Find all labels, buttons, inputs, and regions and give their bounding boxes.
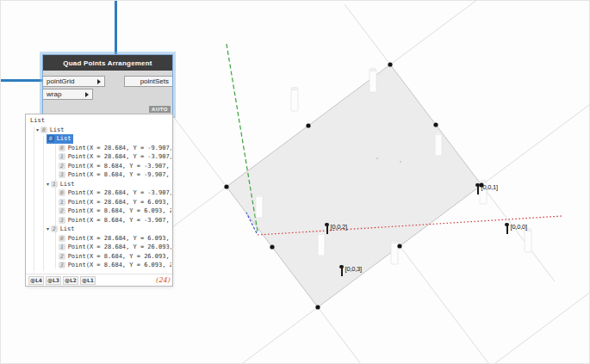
dynamo-canvas[interactable]: [0,0,1] [0,0,0] [0,0,2] [0,0,3] Quad Poi… [0, 0, 590, 364]
point-row[interactable]: 0 Point(X = 28.684, Y = -3.907, Z [28, 188, 171, 198]
collapse-arrow-icon[interactable]: ▾ [47, 180, 49, 189]
list-label: List [50, 126, 65, 135]
list-root-row[interactable]: List [28, 116, 171, 126]
pin-icon [341, 268, 343, 276]
index-badge: 2 [51, 225, 58, 232]
level-chip[interactable]: @L2 [63, 276, 78, 285]
index-badge: 1 [59, 199, 65, 206]
list-group-row-selected[interactable]: 0 List [28, 134, 171, 144]
index-badge: 0 [59, 189, 65, 196]
point-row[interactable]: 2 Point(X = 8.684, Y = 6.093, Z = 1 [28, 207, 171, 216]
port-label: pointGrid [47, 77, 74, 85]
pin-icon [506, 225, 508, 234]
node-title[interactable]: Quad Points Arrangement [43, 55, 172, 71]
node-body: pointGrid pointSets wrap AUTO [43, 71, 172, 114]
list-group-row[interactable]: ▾ 2 List [28, 225, 171, 234]
node-quad-points-arrangement[interactable]: Quad Points Arrangement pointGrid pointS… [42, 54, 173, 115]
point-value: Point(X = 28.684, Y = 6.093, Z = [68, 198, 171, 207]
list-group-row[interactable]: ▾ 1 List [28, 180, 171, 189]
index-badge: 3 [59, 262, 65, 268]
output-port-pointsets[interactable]: pointSets [124, 76, 172, 87]
list-outer-row[interactable]: ▾ 0 List [28, 126, 171, 135]
point-row[interactable]: 1 Point(X = 28.684, Y = 26.093, Z [28, 243, 171, 252]
index-badge: 1 [51, 181, 58, 188]
wire-input-pointgrid[interactable] [1, 79, 47, 82]
chevron-right-icon [85, 92, 89, 97]
collapse-arrow-icon[interactable]: ▾ [36, 126, 39, 135]
point-value: Point(X = 8.684, Y = 6.093, Z = 1 [68, 207, 171, 216]
pin-icon [326, 225, 328, 234]
point-value: Point(X = 8.684, Y = -9.907, Z = [68, 170, 171, 180]
point-pin-000: [0,0,0] [506, 223, 527, 234]
chevron-right-icon [97, 79, 101, 84]
index-badge: 0 [40, 126, 47, 133]
point-row[interactable]: 1 Point(X = 28.684, Y = -3.907, Z [28, 152, 171, 162]
watch-footer: @L4 @L3 @L2 @L1 (24) [26, 274, 172, 286]
point-row[interactable]: 0 Point(X = 28.684, Y = -9.907, Z [28, 144, 171, 153]
point-value: Point(X = 28.684, Y = -3.907, Z [68, 152, 171, 162]
point-value: Point(X = 28.684, Y = -3.907, Z [68, 188, 171, 198]
point-row[interactable]: 1 Point(X = 28.684, Y = 6.093, Z = [28, 198, 171, 207]
lacing-badge[interactable]: AUTO [149, 106, 171, 113]
point-value: Point(X = 28.684, Y = 26.093, Z [68, 243, 171, 252]
index-badge: 0 [59, 235, 65, 242]
index-badge: 2 [59, 207, 65, 214]
input-port-pointgrid[interactable]: pointGrid [43, 76, 105, 87]
level-chip[interactable]: @L1 [80, 276, 96, 285]
watch-tree: List ▾ 0 List 0 List 0 Point(X = 28.684,… [28, 116, 171, 274]
port-label: wrap [47, 90, 61, 98]
list-label: List [57, 134, 71, 144]
point-value: Point(X = 28.684, Y = 6.093, Z = [68, 234, 171, 244]
list-label: List [60, 225, 75, 234]
index-badge: 2 [59, 253, 65, 260]
point-row[interactable]: 2 Point(X = 8.684, Y = -3.907, Z = [28, 162, 171, 171]
point-value: Point(X = 8.684, Y = -3.907, Z = [68, 216, 171, 225]
point-row[interactable]: 3 Point(X = 8.684, Y = -9.907, Z = [28, 170, 171, 180]
watch-preview-panel[interactable]: List ▾ 0 List 0 List 0 Point(X = 28.684,… [25, 114, 173, 287]
point-pin-002: [0,0,2] [326, 223, 347, 234]
list-label: List [30, 116, 45, 126]
port-row-2: wrap [43, 89, 172, 100]
point-pin-001: [0,0,1] [477, 183, 498, 194]
point-value: Point(X = 8.684, Y = 26.093, Z = [68, 252, 171, 262]
pin-label: [0,0,0] [511, 223, 527, 231]
port-row-1: pointGrid pointSets [43, 76, 172, 87]
index-badge: 0 [59, 145, 65, 151]
point-row[interactable]: 3 Point(X = 8.684, Y = 6.093, Z = 1 [28, 261, 171, 270]
point-row[interactable]: 0 Point(X = 28.684, Y = 6.093, Z = [28, 234, 171, 244]
point-value: Point(X = 28.684, Y = -9.907, Z [68, 144, 171, 153]
point-row[interactable]: 2 Point(X = 8.684, Y = 26.093, Z = [28, 252, 171, 262]
list-label: List [60, 180, 75, 189]
level-chip[interactable]: @L4 [28, 276, 44, 285]
port-label: pointSets [140, 77, 169, 85]
point-row[interactable]: 3 Point(X = 8.684, Y = -3.907, Z = [28, 216, 171, 225]
input-port-wrap[interactable]: wrap [43, 89, 93, 100]
point-value: Point(X = 8.684, Y = -3.907, Z = [68, 162, 171, 171]
index-badge: 1 [59, 244, 65, 250]
wire-vertical[interactable] [115, 1, 117, 55]
pin-label: [0,0,2] [331, 223, 347, 231]
pin-icon [477, 186, 479, 194]
collapse-arrow-icon[interactable]: ▾ [47, 225, 49, 234]
pin-label: [0,0,1] [481, 183, 498, 191]
point-pin-003: [0,0,3] [341, 265, 362, 276]
index-badge: 1 [59, 153, 65, 160]
index-badge: 3 [59, 217, 65, 224]
selected-highlight: 0 List [47, 134, 73, 144]
level-chip[interactable]: @L3 [46, 276, 61, 285]
index-badge: 0 [47, 135, 54, 142]
pin-label: [0,0,3] [345, 265, 362, 273]
point-value: Point(X = 8.684, Y = 6.093, Z = 1 [68, 261, 171, 270]
index-badge: 2 [59, 163, 65, 170]
item-count: (24) [156, 276, 170, 284]
index-badge: 3 [59, 171, 65, 178]
